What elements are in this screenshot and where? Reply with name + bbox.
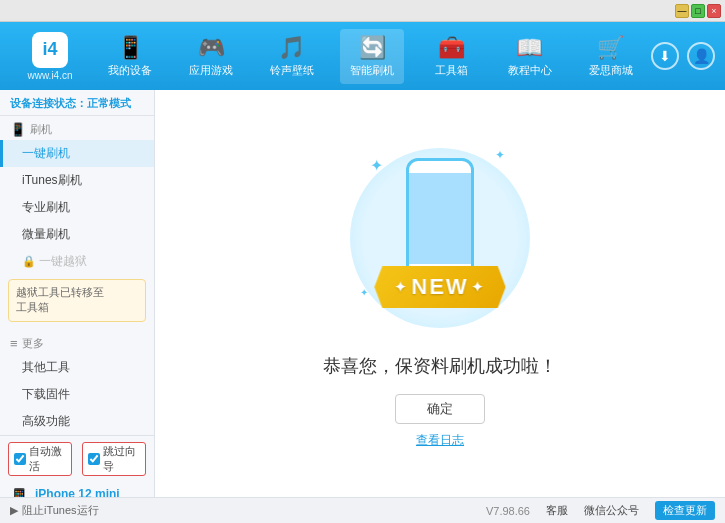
toolbox-icon: 🧰 <box>438 35 465 61</box>
status-label: 设备连接状态： <box>10 97 87 109</box>
logo-subtitle: www.i4.cn <box>27 70 72 81</box>
sidebar-item-jailbreak-disabled: 🔒 一键越狱 <box>0 248 154 275</box>
sparkle-icon-3: ✦ <box>360 287 368 298</box>
close-button[interactable]: × <box>707 4 721 18</box>
more-section-header: ≡ 更多 <box>0 330 154 354</box>
ribbon-star-left: ✦ <box>394 279 408 295</box>
ringtones-icon: 🎵 <box>278 35 305 61</box>
phone-screen <box>409 173 471 264</box>
nav-store[interactable]: 🛒 爱思商城 <box>579 29 643 84</box>
header-actions: ⬇ 👤 <box>651 42 715 70</box>
nav-ringtones-label: 铃声壁纸 <box>270 63 314 78</box>
nav-ringtones[interactable]: 🎵 铃声壁纸 <box>260 29 324 84</box>
success-message: 恭喜您，保资料刷机成功啦！ <box>323 354 557 378</box>
status-value: 正常模式 <box>87 97 131 109</box>
new-ribbon: ✦ NEW ✦ <box>374 266 505 308</box>
nav-tutorials[interactable]: 📖 教程中心 <box>498 29 562 84</box>
ribbon-star-right: ✦ <box>472 279 486 295</box>
connection-status: 设备连接状态：正常模式 <box>0 90 154 116</box>
check-update-button[interactable]: 检查更新 <box>655 501 715 520</box>
main-content: ✦ ✦ ✦ ✦ NEW ✦ 恭喜您，保资料刷机成功啦！ 确定 查看日志 <box>155 90 725 497</box>
tutorials-icon: 📖 <box>516 35 543 61</box>
flash-section-label: 刷机 <box>30 122 52 137</box>
auto-start-input[interactable] <box>14 453 26 465</box>
nav-apps-games[interactable]: 🎮 应用游戏 <box>179 29 243 84</box>
nav-toolbox-label: 工具箱 <box>435 63 468 78</box>
nav-smart-flash-label: 智能刷机 <box>350 63 394 78</box>
nav-my-device[interactable]: 📱 我的设备 <box>98 29 162 84</box>
auto-start-label: 自动激活 <box>29 444 66 474</box>
sidebar-bottom: 自动激活 跳过向导 📱 iPhone 12 mini 64GB Down-12m… <box>0 435 154 497</box>
skip-guide-input[interactable] <box>88 453 100 465</box>
footer-right: V7.98.66 客服 微信公众号 检查更新 <box>486 501 715 520</box>
nav-toolbox[interactable]: 🧰 工具箱 <box>421 29 481 84</box>
wechat-link[interactable]: 微信公众号 <box>584 503 639 518</box>
download-button[interactable]: ⬇ <box>651 42 679 70</box>
logo-icon: i4 <box>32 32 68 68</box>
skip-guide-checkbox[interactable]: 跳过向导 <box>82 442 146 476</box>
new-label: NEW <box>411 274 468 300</box>
sidebar-item-one-click-flash[interactable]: 一键刷机 <box>0 140 154 167</box>
device-phone-icon: 📱 <box>8 487 30 497</box>
main-area: 设备连接状态：正常模式 📱 刷机 一键刷机 iTunes刷机 专业刷机 微量刷机… <box>0 90 725 497</box>
device-name: iPhone 12 mini <box>35 485 124 497</box>
more-section-icon: ≡ <box>10 336 18 351</box>
skip-guide-label: 跳过向导 <box>103 444 140 474</box>
footer: ▶ 阻止iTunes运行 V7.98.66 客服 微信公众号 检查更新 <box>0 497 725 523</box>
nav-tutorials-label: 教程中心 <box>508 63 552 78</box>
smart-flash-icon: 🔄 <box>359 35 386 61</box>
sidebar-item-other-tools[interactable]: 其他工具 <box>0 354 154 381</box>
version-label: V7.98.66 <box>486 505 530 517</box>
phone-illustration <box>406 158 474 278</box>
device-info: 📱 iPhone 12 mini 64GB Down-12mini-13,1 <box>8 481 146 497</box>
apps-games-icon: 🎮 <box>198 35 225 61</box>
itunes-status-label: 阻止iTunes运行 <box>22 503 99 518</box>
sidebar-item-itunes-flash[interactable]: iTunes刷机 <box>0 167 154 194</box>
my-device-icon: 📱 <box>117 35 144 61</box>
notice-box: 越狱工具已转移至工具箱 <box>8 279 146 322</box>
sidebar: 设备连接状态：正常模式 📱 刷机 一键刷机 iTunes刷机 专业刷机 微量刷机… <box>0 90 155 497</box>
more-section-label: 更多 <box>22 336 44 351</box>
service-link[interactable]: 客服 <box>546 503 568 518</box>
sidebar-item-pro-flash[interactable]: 专业刷机 <box>0 194 154 221</box>
maximize-button[interactable]: □ <box>691 4 705 18</box>
day-log-link[interactable]: 查看日志 <box>416 432 464 449</box>
header: i4 www.i4.cn 📱 我的设备 🎮 应用游戏 🎵 铃声壁纸 🔄 智能刷机… <box>0 22 725 90</box>
user-button[interactable]: 👤 <box>687 42 715 70</box>
device-details: iPhone 12 mini 64GB Down-12mini-13,1 <box>35 485 124 497</box>
nav-apps-games-label: 应用游戏 <box>189 63 233 78</box>
title-bar: — □ × <box>0 0 725 22</box>
nav-store-label: 爱思商城 <box>589 63 633 78</box>
minimize-button[interactable]: — <box>675 4 689 18</box>
ribbon-shape: ✦ NEW ✦ <box>374 266 505 308</box>
sidebar-item-micro-flash[interactable]: 微量刷机 <box>0 221 154 248</box>
checkbox-row: 自动激活 跳过向导 <box>8 442 146 476</box>
sparkle-icon-2: ✦ <box>495 148 505 162</box>
illustration: ✦ ✦ ✦ ✦ NEW ✦ <box>340 138 540 338</box>
auto-start-checkbox[interactable]: 自动激活 <box>8 442 72 476</box>
nav-smart-flash[interactable]: 🔄 智能刷机 <box>340 29 404 84</box>
footer-left: ▶ 阻止iTunes运行 <box>10 503 99 518</box>
main-nav: 📱 我的设备 🎮 应用游戏 🎵 铃声壁纸 🔄 智能刷机 🧰 工具箱 📖 教程中心… <box>90 22 651 90</box>
confirm-button[interactable]: 确定 <box>395 394 485 424</box>
itunes-icon: ▶ <box>10 504 18 517</box>
sidebar-item-advanced[interactable]: 高级功能 <box>0 408 154 435</box>
store-icon: 🛒 <box>597 35 624 61</box>
flash-section-header: 📱 刷机 <box>0 116 154 140</box>
sidebar-item-download-firmware[interactable]: 下载固件 <box>0 381 154 408</box>
sparkle-icon-1: ✦ <box>370 156 383 175</box>
lock-icon: 🔒 <box>22 255 36 268</box>
app-logo: i4 www.i4.cn <box>10 32 90 81</box>
nav-my-device-label: 我的设备 <box>108 63 152 78</box>
jailbreak-label: 一键越狱 <box>39 253 87 270</box>
flash-section-icon: 📱 <box>10 122 26 137</box>
